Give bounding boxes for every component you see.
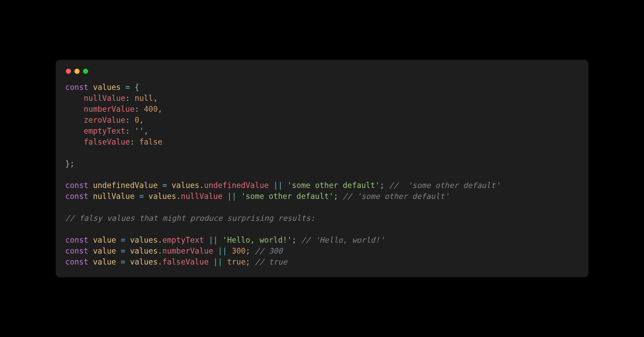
code-token: :: [125, 116, 130, 124]
code-token: value: [93, 257, 116, 266]
page-root: const values = { nullValue: null, number…: [0, 0, 644, 337]
code-card: const values = { nullValue: null, number…: [56, 60, 588, 277]
code-token: numberValue: [162, 246, 213, 255]
close-icon[interactable]: [66, 69, 71, 74]
code-token: value: [93, 235, 116, 244]
code-token: ,: [144, 126, 149, 135]
code-token: :: [125, 94, 130, 103]
code-token: undefinedValue: [204, 181, 269, 190]
code-token: numberValue: [84, 105, 135, 113]
code-token: ;: [246, 246, 250, 255]
code-token: ,: [139, 116, 144, 124]
code-token: ,: [153, 94, 158, 103]
code-token: .: [199, 181, 204, 190]
code-token: const: [65, 192, 88, 201]
code-token: undefinedValue: [93, 181, 158, 190]
code-token: 'some other default': [287, 181, 380, 190]
code-token: values: [149, 192, 176, 201]
code-token: :: [125, 126, 130, 135]
minimize-icon[interactable]: [74, 69, 80, 74]
code-block[interactable]: const values = { nullValue: null, number…: [65, 82, 579, 268]
code-token: // 300: [255, 246, 282, 255]
code-token: 400: [144, 105, 158, 113]
code-token: values: [172, 181, 199, 190]
code-token: 300: [232, 246, 246, 255]
code-token: nullValue: [181, 192, 223, 201]
code-token: '': [135, 126, 144, 135]
code-token: ;: [380, 181, 384, 190]
code-token: 'Hello, world!': [223, 235, 292, 244]
code-token: ;: [246, 257, 250, 266]
code-token: :: [135, 105, 139, 113]
code-token: ||: [227, 192, 236, 201]
code-token: emptyText: [84, 126, 125, 135]
code-token: null: [135, 94, 153, 103]
code-token: =: [121, 257, 126, 266]
code-token: ||: [209, 235, 218, 244]
code-token: ||: [274, 181, 283, 190]
code-token: .: [176, 192, 181, 201]
code-token: // falsy values that might produce surpr…: [65, 214, 315, 223]
code-token: const: [65, 257, 88, 266]
code-token: values: [130, 257, 158, 266]
code-token: =: [121, 246, 126, 255]
code-token: .: [158, 235, 163, 244]
code-token: values: [130, 246, 158, 255]
code-token: ;: [292, 235, 297, 244]
code-token: // 'some other default': [343, 192, 449, 201]
code-token: nullValue: [84, 94, 125, 103]
code-token: :: [130, 137, 135, 146]
code-token: ,: [158, 105, 163, 113]
code-token: =: [121, 235, 126, 244]
code-token: 'some other default': [241, 192, 334, 201]
code-token: // 'Hello, world!': [301, 235, 384, 244]
window-controls: [65, 67, 579, 82]
code-token: // true: [255, 257, 287, 266]
code-token: 0: [135, 116, 139, 124]
code-token: values: [130, 235, 158, 244]
code-token: =: [139, 192, 144, 201]
code-token: nullValue: [93, 192, 135, 201]
code-token: falseValue: [162, 257, 208, 266]
code-token: false: [139, 137, 163, 146]
code-token: zeroValue: [84, 116, 125, 124]
code-token: const: [65, 235, 88, 244]
code-token: ||: [213, 257, 223, 266]
code-token: // 'some other default': [389, 181, 500, 190]
code-token: const: [65, 181, 88, 190]
code-token: true: [227, 257, 246, 266]
code-token: const: [65, 83, 88, 92]
code-token: falseValue: [84, 137, 130, 146]
code-token: ;: [334, 192, 338, 201]
code-token: };: [65, 159, 74, 168]
code-token: .: [158, 246, 163, 255]
maximize-icon[interactable]: [83, 69, 88, 74]
code-token: .: [158, 257, 163, 266]
code-token: {: [135, 83, 139, 92]
code-token: =: [162, 181, 167, 190]
code-token: value: [93, 246, 116, 255]
code-token: =: [125, 83, 130, 92]
code-token: emptyText: [162, 235, 204, 244]
code-token: values: [93, 83, 121, 92]
code-token: ||: [218, 246, 227, 255]
code-token: const: [65, 246, 88, 255]
